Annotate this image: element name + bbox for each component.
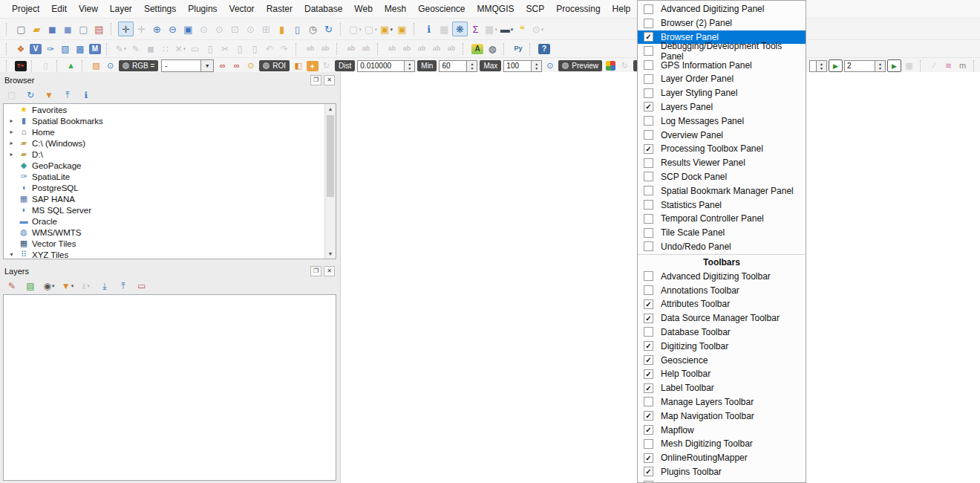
menu-item-map-navigation-toolbar[interactable]: ✓Map Navigation Toolbar <box>638 409 806 423</box>
add-postgis-layer-button[interactable]: ▧ <box>58 42 73 56</box>
layers-tree[interactable] <box>3 294 336 481</box>
scroll-thumb[interactable] <box>327 115 334 197</box>
roi-polygon-button[interactable]: ◧ <box>291 59 305 72</box>
add-group-button[interactable]: ▤ <box>23 279 38 293</box>
menu-item-mapflow[interactable]: ✓Mapflow <box>638 423 806 437</box>
rgb-combo-value[interactable]: - <box>161 59 201 72</box>
expand-all-layers-button[interactable]: ⤓ <box>97 279 112 293</box>
tree-item-wms-wmts[interactable]: ◍WMS/WMTS <box>4 227 336 238</box>
preview-colors-button[interactable] <box>604 59 618 72</box>
geoscience-tools-button[interactable]: A <box>470 42 485 56</box>
save-project-button[interactable]: ◼ <box>45 22 60 36</box>
osm-place-search-button[interactable]: ◍ <box>485 42 500 56</box>
scp-bandset-button[interactable]: T+ <box>13 59 27 72</box>
menu-item-annotations-toolbar[interactable]: Annotations Toolbar <box>638 283 806 297</box>
menu-item-geoscience[interactable]: ✓Geoscience <box>638 353 806 367</box>
open-layer-styling-button[interactable]: ✎ <box>4 279 19 293</box>
tree-item-spatial-bookmarks[interactable]: ▸▮Spatial Bookmarks <box>4 115 336 126</box>
threshold-value[interactable]: 2 <box>844 60 875 72</box>
menu-edit[interactable]: Edit <box>45 1 73 16</box>
min-spinbox[interactable]: 60▲▼ <box>439 60 477 72</box>
tree-item-geopackage[interactable]: ◆GeoPackage <box>4 160 336 171</box>
threshold-spinbox[interactable]: 2▲▼ <box>844 60 886 72</box>
scp-working-toolbar-button[interactable]: ▨ <box>89 59 103 72</box>
menu-item-temporal-controller-panel[interactable]: Temporal Controller Panel <box>638 212 806 226</box>
menu-item-database-toolbar[interactable]: Database Toolbar <box>638 325 806 340</box>
processing-toolbox-button[interactable]: ❋ <box>452 22 468 36</box>
filter-legend-button[interactable]: ▼▾ <box>60 279 75 293</box>
menu-mmqgis[interactable]: MMQGIS <box>471 1 520 16</box>
filter-by-expression-dropdown-icon[interactable]: ▾ <box>87 283 90 288</box>
roi-pointer-button[interactable]: ＋ <box>305 59 319 72</box>
deselect-features-button[interactable]: ▣▾ <box>379 22 394 36</box>
scp-next-1-button[interactable]: ▶ <box>829 59 843 72</box>
tree-item-sap-hana[interactable]: ▦SAP HANA <box>4 193 336 204</box>
colored-lines-tool-button[interactable]: ≋ <box>941 59 956 72</box>
menu-item-undo-redo-panel[interactable]: Undo/Redo Panel <box>638 240 806 254</box>
roi-zoom-button[interactable]: ⊙ <box>244 59 258 72</box>
open-table-options-dropdown-icon[interactable]: ▾ <box>494 27 497 32</box>
menu-item-scp-dock-panel[interactable]: SCP Dock Panel <box>638 170 806 184</box>
select-by-expression-dropdown-icon[interactable]: ▾ <box>374 27 377 32</box>
max-spinner-arrows[interactable]: ▲▼ <box>532 60 542 72</box>
menu-item-data-source-manager-toolbar[interactable]: ✓Data Source Manager Toolbar <box>638 311 806 325</box>
menu-item-processing-toolbox-panel[interactable]: ✓Processing Toolbox Panel <box>638 142 806 156</box>
help-contents-button[interactable]: ? <box>537 42 552 56</box>
float-panel-icon[interactable]: ❐ <box>310 266 321 276</box>
float-panel-icon[interactable]: ❐ <box>310 75 321 85</box>
menu-settings[interactable]: Settings <box>138 1 182 16</box>
select-features-dropdown-icon[interactable]: ▾ <box>359 27 362 32</box>
clipped-value[interactable] <box>809 60 817 72</box>
menu-item-onlineroutingmapper[interactable]: ✓OnlineRoutingMapper <box>638 451 806 465</box>
menu-item-layer-styling-panel[interactable]: Layer Styling Panel <box>638 86 806 100</box>
add-mesh-layer-button[interactable]: M <box>88 42 102 56</box>
measure-tool-button[interactable]: ▬▾ <box>499 22 514 36</box>
menu-geoscience[interactable]: Geoscience <box>412 1 471 16</box>
expander-collapsed-icon[interactable]: ▸ <box>7 140 16 146</box>
map-tips-button[interactable]: ❝ <box>514 22 530 36</box>
current-edits-dropdown-icon[interactable]: ▾ <box>124 46 127 51</box>
clipped-spinbox[interactable]: ▲▼ <box>809 60 827 72</box>
add-spatialite-layer-button[interactable]: ✑ <box>43 42 58 56</box>
menu-item-browser-2-panel[interactable]: Browser (2) Panel <box>638 16 806 30</box>
tree-item-d[interactable]: ▸▰D:\ <box>4 149 336 160</box>
menu-item-layer-order-panel[interactable]: Layer Order Panel <box>638 72 806 86</box>
menu-item-overview-panel[interactable]: Overview Panel <box>638 128 806 142</box>
menu-item-attributes-toolbar[interactable]: ✓Attributes Toolbar <box>638 297 806 311</box>
remove-layer-button[interactable]: ▭ <box>134 279 149 293</box>
dist-spinbox[interactable]: 0.010000▲▼ <box>357 60 415 72</box>
tree-item-favorites[interactable]: ★Favorites <box>4 104 336 115</box>
min-spinner-arrows[interactable]: ▲▼ <box>467 60 477 72</box>
menu-item-mesh-digitizing-toolbar[interactable]: Mesh Digitizing Toolbar <box>638 437 806 451</box>
rgb-zoom-button[interactable]: ⊙ <box>103 59 117 72</box>
manage-visibility-button[interactable]: ◉▾ <box>42 279 56 293</box>
menu-view[interactable]: View <box>73 1 104 16</box>
close-panel-icon[interactable]: ✕ <box>324 75 335 85</box>
menu-item-spatial-bookmark-manager-panel[interactable]: Spatial Bookmark Manager Panel <box>638 184 806 198</box>
collapse-all-button[interactable]: ⤒ <box>60 88 75 102</box>
tree-item-xyz-tiles[interactable]: ▾⠿XYZ Tiles <box>4 249 336 259</box>
temporal-controller-button[interactable]: ◷ <box>305 22 321 36</box>
show-spatial-bookmarks-button[interactable]: ▯ <box>290 22 305 36</box>
threshold-spinner-arrows[interactable]: ▲▼ <box>875 60 886 72</box>
scp-next-2-button[interactable]: ▶ <box>887 59 901 72</box>
menu-item-label-toolbar[interactable]: ✓Label Toolbar <box>638 381 806 395</box>
project-properties-button[interactable]: ▢ <box>76 22 91 36</box>
add-raster-layer-button[interactable]: ▩ <box>73 42 88 56</box>
refresh-browser-button[interactable]: ↻ <box>23 88 38 102</box>
style-manager-button[interactable]: ▤ <box>91 22 107 36</box>
menu-item-project-toolbar[interactable]: ✓Project Toolbar <box>638 479 806 483</box>
statistics-summary-button[interactable]: Σ <box>468 22 483 36</box>
menu-item-manage-layers-toolbar[interactable]: Manage Layers Toolbar <box>638 395 806 409</box>
scp-spectral-signature-button[interactable]: ∞ <box>215 59 229 72</box>
filter-browser-button[interactable]: ▼ <box>42 88 56 102</box>
deselect-features-dropdown-icon[interactable]: ▾ <box>390 27 393 32</box>
expander-collapsed-icon[interactable]: ▸ <box>7 151 16 158</box>
tree-item-vector-tiles[interactable]: ▦Vector Tiles <box>4 238 336 249</box>
menu-project[interactable]: Project <box>6 1 45 16</box>
onlinerouting-mapper-button[interactable]: m <box>956 59 970 72</box>
menu-item-layers-panel[interactable]: ✓Layers Panel <box>638 100 806 114</box>
expander-collapsed-icon[interactable]: ▸ <box>7 129 16 135</box>
close-panel-icon[interactable]: ✕ <box>324 266 335 276</box>
menu-item-plugins-toolbar[interactable]: ✓Plugins Toolbar <box>638 465 806 479</box>
